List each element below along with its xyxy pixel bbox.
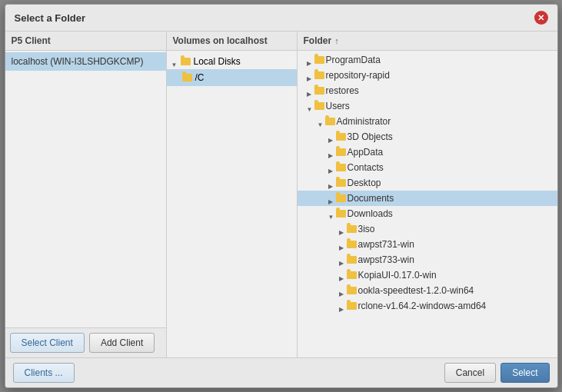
folder-label: awpst731-win — [358, 239, 414, 250]
chevron-right-icon[interactable] — [328, 149, 334, 155]
folder-label: awpst733-win — [358, 254, 414, 265]
volumes-list: Local Disks /C — [167, 51, 297, 357]
tree-item[interactable]: 3iso — [298, 221, 557, 237]
volume-c-label: /C — [195, 72, 205, 83]
p5-client-list: localhost (WIN-I3LSHDGKCMP) — [5, 51, 166, 327]
tree-item[interactable]: 3D Objects — [298, 129, 557, 145]
chevron-right-icon[interactable] — [328, 164, 334, 171]
chevron-right-icon[interactable] — [328, 134, 334, 140]
select-client-button[interactable]: Select Client — [10, 333, 85, 353]
tree-item[interactable]: repository-rapid — [298, 68, 557, 83]
folder-icon — [336, 179, 346, 187]
tree-item[interactable]: Contacts — [298, 160, 557, 175]
volume-group-header[interactable]: Local Disks — [167, 54, 297, 69]
folder-icon — [314, 56, 324, 64]
folder-icon — [347, 241, 357, 248]
folder-label: 3D Objects — [348, 131, 393, 142]
tree-item[interactable]: KopiaUI-0.17.0-win — [298, 267, 557, 283]
chevron-right-icon[interactable] — [339, 226, 345, 232]
tree-item[interactable]: rclone-v1.64.2-windows-amd64 — [298, 298, 557, 314]
cancel-button[interactable]: Cancel — [444, 363, 496, 383]
folder-label: Desktop — [348, 178, 381, 188]
volume-group-local-disks: Local Disks /C — [167, 52, 297, 88]
folder-label: 3iso — [358, 224, 375, 234]
tree-item[interactable]: AppData — [298, 145, 557, 160]
dialog-title: Select a Folder — [15, 12, 85, 24]
folder-label: Users — [326, 101, 350, 111]
folder-header-label: Folder — [304, 35, 332, 46]
folder-label: AppData — [348, 147, 384, 158]
chevron-down-icon — [171, 58, 178, 65]
sort-arrow-icon: ↑ — [334, 36, 339, 45]
chevron-right-icon[interactable] — [339, 272, 345, 278]
folder-label: ProgramData — [326, 55, 381, 65]
p5-client-panel: P5 Client localhost (WIN-I3LSHDGKCMP) Se… — [5, 32, 167, 357]
select-button[interactable]: Select — [500, 363, 549, 383]
folder-icon — [314, 87, 324, 95]
dialog-footer: Clients ... Cancel Select — [5, 357, 557, 387]
tree-item[interactable]: ookla-speedtest-1.2.0-win64 — [298, 283, 557, 298]
folder-label: Contacts — [348, 162, 384, 173]
chevron-right-icon[interactable] — [307, 57, 313, 63]
chevron-down-icon[interactable] — [328, 211, 334, 217]
tree-item[interactable]: awpst731-win — [298, 237, 557, 252]
folder-icon — [336, 133, 346, 141]
tree-item[interactable]: Administrator — [298, 114, 557, 129]
chevron-right-icon[interactable] — [328, 195, 334, 201]
folder-label: KopiaUI-0.17.0-win — [358, 270, 437, 281]
folder-icon — [314, 71, 324, 79]
chevron-right-icon[interactable] — [328, 180, 334, 186]
volume-c-icon — [182, 74, 192, 81]
folder-icon — [325, 118, 335, 125]
volume-item-c[interactable]: /C — [167, 69, 297, 86]
chevron-right-icon[interactable] — [339, 303, 345, 309]
tree-item[interactable]: Downloads — [298, 206, 557, 221]
chevron-down-icon[interactable] — [318, 118, 324, 125]
chevron-right-icon[interactable] — [339, 241, 345, 247]
folder-icon — [336, 210, 346, 218]
folder-icon — [336, 194, 346, 202]
folder-label: Downloads — [348, 208, 393, 219]
folder-icon — [314, 102, 324, 110]
volumes-header: Volumes on localhost — [167, 32, 297, 51]
footer-left: Clients ... — [13, 363, 75, 383]
chevron-down-icon[interactable] — [307, 103, 313, 109]
folder-label: rclone-v1.64.2-windows-amd64 — [358, 301, 487, 311]
chevron-right-icon[interactable] — [307, 72, 313, 78]
folder-label: Administrator — [337, 116, 391, 127]
tree-item[interactable]: Users — [298, 98, 557, 114]
tree-item[interactable]: ProgramData — [298, 52, 557, 68]
p5-client-header: P5 Client — [5, 32, 166, 51]
chevron-right-icon[interactable] — [339, 287, 345, 294]
add-client-button[interactable]: Add Client — [89, 333, 155, 353]
tree-item[interactable]: Desktop — [298, 175, 557, 191]
folder-label: restores — [326, 85, 359, 96]
tree-item[interactable]: awpst733-win — [298, 252, 557, 267]
chevron-right-icon[interactable] — [307, 88, 313, 94]
tree-item[interactable]: Documents — [298, 191, 557, 206]
folder-label: Documents — [348, 193, 394, 204]
dialog-header: Select a Folder ✕ — [5, 5, 557, 32]
footer-right: Cancel Select — [444, 363, 550, 383]
select-folder-dialog: Select a Folder ✕ P5 Client localhost (W… — [5, 4, 558, 388]
volume-folder-icon — [181, 58, 191, 65]
folder-icon — [336, 148, 346, 156]
close-button[interactable]: ✕ — [534, 11, 548, 25]
folder-label: repository-rapid — [326, 70, 390, 81]
dialog-body: P5 Client localhost (WIN-I3LSHDGKCMP) Se… — [5, 32, 557, 357]
folder-icon — [347, 271, 357, 279]
folder-icon — [347, 256, 357, 264]
folder-panel-header: Folder ↑ — [298, 32, 557, 51]
client-item-localhost[interactable]: localhost (WIN-I3LSHDGKCMP) — [5, 52, 166, 71]
folder-panel: Folder ↑ ProgramDatarepository-rapidrest… — [298, 32, 557, 357]
folder-icon — [347, 287, 357, 294]
folder-icon — [347, 302, 357, 310]
volume-group-label: Local Disks — [194, 56, 241, 67]
folder-icon — [347, 225, 357, 233]
folder-icon — [336, 164, 346, 171]
folder-label: ookla-speedtest-1.2.0-win64 — [358, 285, 474, 296]
clients-button[interactable]: Clients ... — [13, 363, 75, 383]
volumes-panel: Volumes on localhost Local Disks /C — [167, 32, 298, 357]
tree-item[interactable]: restores — [298, 83, 557, 98]
chevron-right-icon[interactable] — [339, 257, 345, 263]
